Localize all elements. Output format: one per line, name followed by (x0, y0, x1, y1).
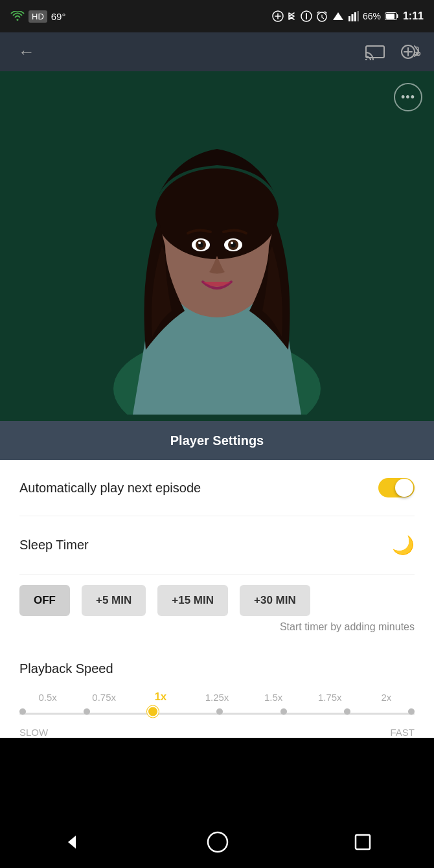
svg-point-26 (231, 242, 233, 244)
home-nav-button[interactable] (207, 831, 229, 853)
person-illustration (81, 78, 353, 415)
svg-rect-28 (356, 835, 370, 849)
ellipsis-icon: ••• (401, 91, 415, 104)
auto-play-toggle[interactable] (378, 478, 415, 497)
speed-05x: 0.5x (19, 692, 76, 703)
timer-off-button[interactable]: OFF (19, 585, 70, 616)
svg-rect-6 (357, 11, 359, 21)
svg-point-27 (208, 832, 227, 852)
toggle-knob (395, 479, 413, 497)
player-settings-title: Player Settings (170, 433, 264, 448)
status-bar: HD 69° (0, 0, 434, 32)
dot-4 (280, 709, 287, 715)
svg-rect-8 (386, 14, 394, 19)
playback-speed-section: Playback Speed 0.5x 0.75x 1x 1.25x 1.5x … (19, 646, 415, 738)
bluetooth-icon (288, 10, 297, 22)
speed-slider[interactable] (19, 707, 415, 720)
svg-rect-9 (366, 46, 384, 58)
dot-2-active (147, 706, 159, 718)
temperature: 69° (51, 11, 66, 22)
speed-labels-row: 0.5x 0.75x 1x 1.25x 1.5x 1.75x 2x (19, 691, 415, 703)
moon-icon: 🌙 (392, 534, 415, 556)
player-settings-header: Player Settings (0, 421, 434, 460)
recents-nav-button[interactable] (354, 834, 371, 851)
dot-5 (344, 709, 350, 715)
timer-30min-button[interactable]: +30 MIN (240, 585, 310, 616)
slider-dots (19, 711, 415, 718)
timer-hint: Start timer by adding minutes (19, 616, 415, 646)
speed-2x: 2x (358, 692, 415, 703)
block-icon (301, 10, 312, 22)
top-nav: ← (0, 32, 434, 71)
timer-buttons-group: OFF +5 MIN +15 MIN +30 MIN (19, 585, 415, 616)
status-right: 66% 1:11 (272, 10, 424, 22)
back-nav-button[interactable] (63, 833, 81, 851)
battery-percent: 66% (363, 11, 381, 21)
status-left: HD 69° (10, 10, 65, 23)
signal-icon (332, 11, 345, 21)
alarm-icon (316, 10, 328, 22)
settings-panel: Automatically play next episode Sleep Ti… (0, 460, 434, 738)
recents-square-icon (354, 834, 371, 851)
slow-label: SLOW (19, 727, 48, 738)
svg-point-10 (365, 59, 367, 60)
playback-speed-label: Playback Speed (19, 661, 415, 676)
timer-15min-button[interactable]: +15 MIN (157, 585, 228, 616)
fast-label: FAST (390, 727, 415, 738)
timer-buttons-row: OFF +5 MIN +15 MIN +30 MIN (19, 575, 415, 616)
battery-icon (385, 12, 399, 20)
dot-3 (216, 709, 223, 715)
svg-rect-4 (351, 14, 353, 21)
svg-point-22 (198, 242, 201, 244)
wifi-icon (10, 11, 25, 21)
battery-indicator: HD (29, 10, 47, 23)
speed-ends: SLOW FAST (19, 727, 415, 738)
dot-0 (19, 709, 26, 715)
back-button[interactable]: ← (13, 37, 40, 67)
svg-rect-5 (354, 12, 356, 21)
speed-075x: 0.75x (76, 692, 132, 703)
speed-1x: 1x (132, 691, 188, 703)
svg-point-18 (155, 168, 279, 259)
home-circle-icon (207, 831, 229, 853)
speed-125x: 1.25x (188, 692, 245, 703)
sleep-timer-row: Sleep Timer 🌙 (19, 516, 415, 575)
more-options-button[interactable]: ••• (394, 83, 422, 111)
auto-play-label: Automatically play next episode (19, 481, 201, 496)
auto-play-row: Automatically play next episode (19, 460, 415, 516)
timer-5min-button[interactable]: +5 MIN (82, 585, 146, 616)
player-settings-icon[interactable] (399, 42, 421, 62)
bottom-nav (0, 816, 434, 868)
dot-1 (84, 709, 90, 715)
back-triangle-icon (63, 833, 81, 851)
add-circle-icon (272, 10, 284, 22)
speed-175x: 1.75x (302, 692, 358, 703)
svg-rect-3 (348, 16, 350, 21)
sleep-timer-label: Sleep Timer (19, 538, 89, 553)
time: 1:11 (403, 10, 424, 22)
video-area: ••• (0, 71, 434, 421)
speed-15x: 1.5x (246, 692, 302, 703)
cast-icon[interactable] (365, 43, 386, 60)
cell-bars-icon (348, 11, 359, 21)
dot-6 (408, 709, 415, 715)
